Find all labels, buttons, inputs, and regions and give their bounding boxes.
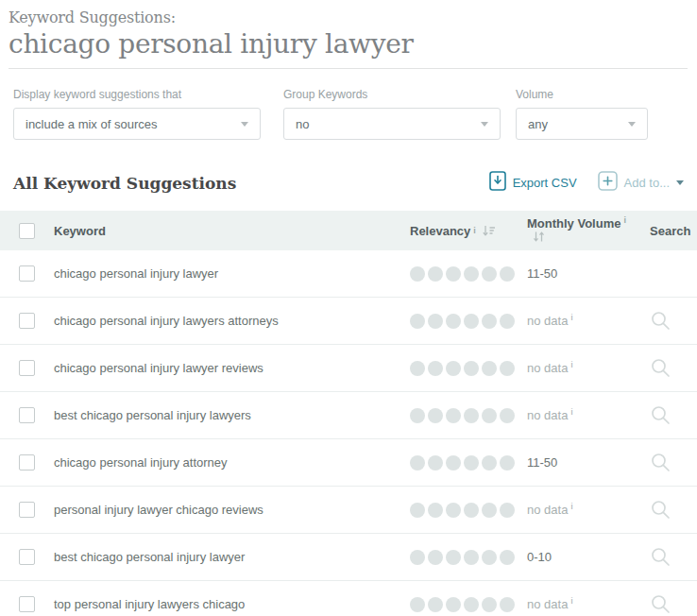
- info-icon: i: [570, 596, 572, 606]
- add-to-button[interactable]: Add to...: [598, 171, 684, 195]
- table-header-row: Keyword Relevancyi Monthly Volumei: [0, 211, 697, 250]
- search-icon[interactable]: [650, 593, 672, 615]
- filter-volume-label: Volume: [516, 88, 648, 101]
- volume-cell: 0-10: [512, 550, 635, 564]
- relevancy-cell: [395, 597, 512, 612]
- keyword-text: chicago personal injury lawyer: [54, 266, 218, 281]
- keyword-cell: chicago personal injury lawyer reviews: [35, 361, 395, 375]
- relevancy-cell: [395, 314, 512, 329]
- relevancy-dot: [428, 408, 443, 423]
- volume-text: no data: [527, 315, 568, 329]
- relevancy-dot: [446, 550, 461, 565]
- relevancy-dot: [410, 314, 425, 329]
- table-row: best chicago personal injury lawyer 0-10: [0, 534, 697, 581]
- row-checkbox[interactable]: [19, 502, 35, 518]
- sort-volume-icon[interactable]: [533, 231, 545, 243]
- keyword-cell: personal injury lawyer chicago reviews: [35, 503, 395, 517]
- keyword-text: chicago personal injury lawyers attorney…: [54, 314, 279, 328]
- relevancy-dot: [482, 266, 497, 282]
- relevancy-cell: [395, 361, 512, 376]
- search-icon[interactable]: [650, 499, 672, 521]
- volume-cell: no datai: [512, 596, 635, 611]
- filter-source-select[interactable]: include a mix of sources: [13, 108, 261, 140]
- search-cell: [635, 357, 697, 379]
- relevancy-dot: [410, 408, 425, 423]
- relevancy-dot: [446, 314, 461, 329]
- column-header-relevancy: Relevancyi: [395, 224, 512, 238]
- page-title: chicago personal injury lawyer: [8, 28, 688, 60]
- relevancy-dot: [428, 503, 443, 518]
- volume-cell: no datai: [512, 407, 635, 422]
- filter-group-keywords-select[interactable]: no: [283, 108, 501, 140]
- relevancy-cell: [395, 503, 512, 518]
- section-actions: Export CSV Add to...: [489, 171, 684, 195]
- search-cell: [635, 404, 697, 426]
- relevancy-dots: [410, 266, 518, 282]
- search-icon[interactable]: [650, 404, 672, 426]
- search-icon[interactable]: [650, 310, 672, 332]
- info-icon: i: [570, 407, 572, 417]
- row-checkbox[interactable]: [19, 596, 35, 612]
- relevancy-dot: [410, 550, 425, 565]
- table-body: chicago personal injury lawyer 11-50 chi…: [0, 250, 697, 616]
- relevancy-dot: [482, 408, 497, 423]
- search-cell: [635, 546, 697, 568]
- relevancy-dot: [410, 266, 425, 282]
- relevancy-dot: [410, 503, 425, 518]
- relevancy-dot: [446, 408, 461, 423]
- search-icon[interactable]: [650, 546, 672, 568]
- search-cell: [635, 499, 697, 521]
- relevancy-dot: [446, 361, 461, 376]
- table-row: chicago personal injury lawyer 11-50: [0, 250, 697, 298]
- select-all-checkbox[interactable]: [19, 223, 35, 239]
- row-checkbox[interactable]: [19, 407, 35, 423]
- search-cell: [635, 452, 697, 473]
- filter-group-keywords-value: no: [296, 117, 309, 131]
- table-row: chicago personal injury attorney 11-50: [0, 439, 697, 487]
- search-cell: [635, 593, 697, 615]
- relevancy-dot: [428, 550, 443, 565]
- filter-bar: Display keyword suggestions that include…: [0, 69, 697, 140]
- info-icon: i: [570, 502, 572, 511]
- relevancy-dots: [410, 597, 518, 612]
- relevancy-dot: [428, 455, 443, 471]
- keyword-text: best chicago personal injury lawyer: [54, 550, 245, 564]
- info-icon: i: [473, 226, 476, 235]
- relevancy-dot: [482, 550, 497, 565]
- search-icon[interactable]: [650, 357, 672, 379]
- relevancy-dot: [410, 597, 425, 612]
- relevancy-dots: [410, 408, 518, 423]
- row-checkbox[interactable]: [19, 454, 35, 471]
- filter-group-keywords: Group Keywords no: [283, 88, 501, 140]
- keyword-cell: best chicago personal injury lawyer: [35, 550, 395, 564]
- chevron-down-icon: [676, 180, 684, 185]
- table-row: chicago personal injury lawyer reviews n…: [0, 345, 697, 392]
- volume-text: no data: [527, 362, 568, 376]
- relevancy-dot: [464, 314, 479, 329]
- relevancy-dot: [428, 314, 443, 329]
- filter-volume-select[interactable]: any: [516, 108, 648, 140]
- relevancy-dot: [482, 455, 497, 471]
- row-checkbox[interactable]: [19, 265, 35, 282]
- row-checkbox[interactable]: [19, 549, 35, 565]
- sort-relevancy-icon[interactable]: [482, 225, 496, 237]
- search-cell: [635, 310, 697, 332]
- volume-cell: 11-50: [512, 266, 635, 281]
- search-icon[interactable]: [650, 452, 672, 473]
- row-checkbox[interactable]: [19, 360, 35, 376]
- page-eyebrow: Keyword Suggestions:: [8, 9, 688, 26]
- row-checkbox[interactable]: [19, 313, 35, 329]
- volume-text: no data: [527, 409, 568, 423]
- relevancy-dot: [482, 314, 497, 329]
- relevancy-dots: [410, 314, 518, 329]
- relevancy-dot: [464, 361, 479, 376]
- filter-group-keywords-label: Group Keywords: [283, 88, 501, 101]
- add-to-label: Add to...: [624, 176, 670, 190]
- relevancy-cell: [395, 455, 512, 471]
- relevancy-dot: [446, 503, 461, 518]
- relevancy-dot: [446, 266, 461, 282]
- export-csv-button[interactable]: Export CSV: [489, 171, 577, 195]
- relevancy-dot: [410, 361, 425, 376]
- filter-volume-value: any: [528, 117, 548, 131]
- column-header-search: Search: [635, 224, 697, 238]
